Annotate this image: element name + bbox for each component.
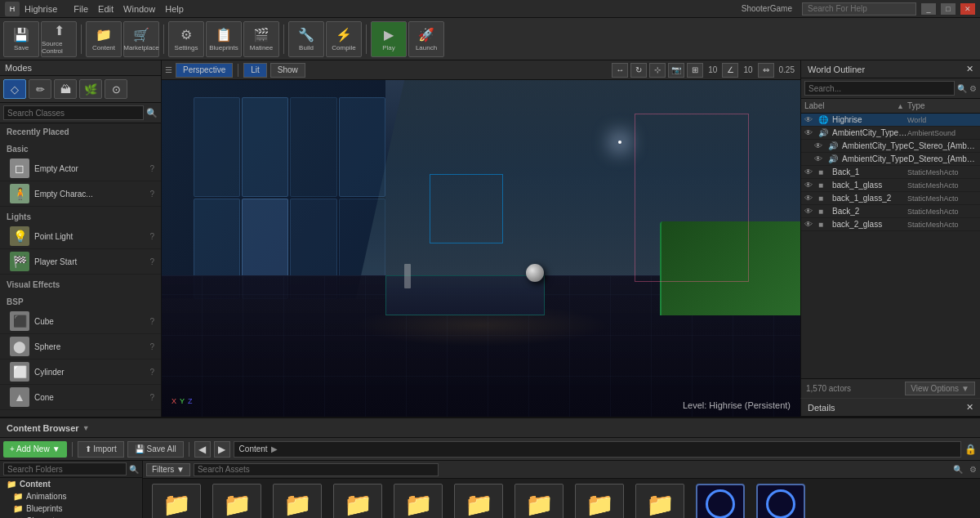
grid-snap-icon[interactable]: ⊞ (687, 63, 703, 78)
folder-weapons[interactable]: 📁 Weapons (631, 484, 688, 518)
add-new-button[interactable]: + Add New ▼ (3, 441, 67, 458)
compile-button[interactable]: ⚡ Compile (326, 21, 362, 57)
sources-search-icon[interactable]: 🔍 (129, 465, 139, 474)
scale-snap-icon[interactable]: ⇔ (758, 63, 774, 78)
help-search-input[interactable] (802, 2, 916, 16)
item-point-light[interactable]: 💡 Point Light ? (0, 224, 161, 249)
folder-maps[interactable]: 📁 Maps (450, 484, 507, 518)
nav-forward-button[interactable]: ▶ (214, 441, 230, 458)
item-empty-actor[interactable]: ◻ Empty Actor ? (0, 156, 161, 181)
section-bsp-header[interactable]: BSP (0, 295, 161, 309)
eye-icon-back1[interactable]: 👁 (804, 167, 816, 176)
asset-dmg-instant[interactable]: DmgType_Instant (752, 484, 809, 518)
asset-settings-icon[interactable]: 🔍 (953, 465, 963, 474)
item-cone[interactable]: ▲ Cone ? (0, 385, 161, 410)
class-search-icon[interactable]: 🔍 (146, 108, 158, 118)
scale-icon[interactable]: ⊹ (649, 63, 666, 78)
source-control-button[interactable]: ⬆ Source Control (41, 21, 77, 57)
mode-geometry[interactable]: ⊙ (105, 79, 127, 99)
outliner-settings-icon[interactable]: ⚙ (969, 84, 977, 93)
sources-search-input[interactable] (3, 462, 127, 476)
mode-paint[interactable]: ✏ (29, 79, 51, 99)
item-player-start[interactable]: 🏁 Player Start ? (0, 249, 161, 275)
item-cube[interactable]: ⬛ Cube ? (0, 309, 161, 334)
eye-icon-ambient1[interactable]: 👁 (804, 128, 816, 137)
marketplace-button[interactable]: 🛒 Marketplace (123, 21, 159, 57)
outliner-item-back1glass[interactable]: 👁 ■ back_1_glass StaticMeshActo (801, 179, 980, 192)
close-button[interactable]: ✕ (960, 3, 975, 15)
settings-button[interactable]: ⚙ Settings (168, 21, 204, 57)
menu-file[interactable]: File (74, 4, 88, 14)
show-button[interactable]: Show (270, 63, 305, 78)
perspective-button[interactable]: Perspective (176, 63, 233, 78)
outliner-col-label[interactable]: Label (804, 101, 897, 110)
menu-edit[interactable]: Edit (98, 4, 114, 14)
outliner-item-back2glass[interactable]: 👁 ■ back_2_glass StaticMeshActo (801, 218, 980, 231)
folder-blueprints[interactable]: 📁 Blueprints (208, 484, 265, 518)
eye-icon-ambient2[interactable]: 👁 (814, 141, 826, 150)
maximize-button[interactable]: □ (941, 3, 956, 15)
angle-snap-icon[interactable]: ∠ (722, 63, 738, 78)
outliner-search-input[interactable] (804, 81, 955, 96)
menu-window[interactable]: Window (123, 4, 155, 14)
section-basic-header[interactable]: Basic (0, 142, 161, 156)
item-empty-char[interactable]: 🧍 Empty Charac... ? (0, 181, 161, 207)
eye-icon-back2glass[interactable]: 👁 (804, 220, 816, 229)
content-button[interactable]: 📁 Content (86, 21, 122, 57)
view-options-button[interactable]: View Options ▼ (905, 382, 975, 395)
cb-lock-icon[interactable]: 🔒 (964, 444, 977, 455)
filter-button[interactable]: Filters ▼ (146, 463, 190, 476)
outliner-close-icon[interactable]: ✕ (966, 64, 973, 74)
class-search-input[interactable] (3, 105, 144, 120)
folder-sounds[interactable]: 📁 Sounds (510, 484, 568, 518)
outliner-item-ambient2[interactable]: 👁 🔊 AmbientCity_TypeC_Stereo_{AmbientSou… (801, 140, 980, 153)
eye-icon-back2[interactable]: 👁 (804, 207, 816, 216)
outliner-sort-icon[interactable]: ▲ (897, 102, 904, 110)
source-item-characters[interactable]: 📁 Characters (0, 515, 142, 518)
details-close-icon[interactable]: ✕ (966, 402, 973, 413)
matinee-button[interactable]: 🎬 Matinee (243, 21, 279, 57)
outliner-item-highrise[interactable]: 👁 🌐 Highrise World (801, 114, 980, 127)
outliner-item-back2[interactable]: 👁 ■ Back_2 StaticMeshActo (801, 205, 980, 218)
import-button[interactable]: ⬆ Import (78, 441, 124, 458)
eye-icon-back1glass2[interactable]: 👁 (804, 194, 816, 203)
source-item-blueprints[interactable]: 📁 Blueprints (0, 502, 142, 515)
launch-button[interactable]: 🚀 Launch (408, 21, 444, 57)
section-lights-header[interactable]: Lights (0, 210, 161, 224)
folder-characters[interactable]: 📁 Characters (269, 484, 326, 518)
menu-help[interactable]: Help (165, 4, 184, 14)
outliner-item-back1[interactable]: 👁 ■ Back_1 StaticMeshActo (801, 166, 980, 179)
outliner-col-type[interactable]: Type (907, 101, 977, 110)
folder-ui[interactable]: 📁 UI (571, 484, 628, 518)
rotate-icon[interactable]: ↻ (630, 63, 647, 78)
outliner-item-ambient1[interactable]: 👁 🔊 AmbientCity_TypeC_Stereo AmbientSoun… (801, 127, 980, 140)
folder-animations[interactable]: 📁 Animations (148, 484, 205, 518)
minimize-button[interactable]: _ (921, 3, 936, 15)
eye-icon-ambient3[interactable]: 👁 (814, 154, 826, 163)
folder-effects[interactable]: 📁 Effects (329, 484, 386, 518)
outliner-item-back1glass2[interactable]: 👁 ■ back_1_glass_2 StaticMeshActo (801, 192, 980, 205)
viewport-menu-icon[interactable]: ☰ (165, 65, 172, 74)
outliner-search-icon[interactable]: 🔍 (957, 84, 967, 93)
mode-foliage[interactable]: 🌿 (79, 79, 102, 99)
asset-options-icon[interactable]: ⚙ (969, 465, 977, 474)
section-visual-effects-header[interactable]: Visual Effects (0, 278, 161, 292)
save-all-button[interactable]: 💾 Save All (127, 441, 184, 458)
save-button[interactable]: 💾 Save (3, 21, 39, 57)
eye-icon-highrise[interactable]: 👁 (804, 115, 816, 124)
section-volumes-header[interactable]: Volumes (0, 413, 161, 417)
eye-icon-back1glass[interactable]: 👁 (804, 181, 816, 190)
outliner-item-ambient3[interactable]: 👁 🔊 AmbientCity_TypeD_Stereo_{AmbientSou… (801, 153, 980, 166)
item-sphere[interactable]: ⬤ Sphere ? (0, 334, 161, 359)
nav-back-button[interactable]: ◀ (194, 441, 211, 458)
asset-dmg-explosion[interactable]: DmgType_Explosion (692, 484, 749, 518)
item-cylinder[interactable]: ⬜ Cylinder ? (0, 359, 161, 385)
translate-icon[interactable]: ↔ (612, 63, 628, 78)
build-button[interactable]: 🔧 Build (288, 21, 324, 57)
blueprints-button[interactable]: 📋 Blueprints (206, 21, 242, 57)
lit-button[interactable]: Lit (243, 63, 267, 78)
mode-place[interactable]: ◇ (3, 79, 26, 99)
section-recently-placed-header[interactable]: Recently Placed (0, 125, 161, 139)
play-button[interactable]: ▶ Play (371, 21, 407, 57)
viewport-canvas[interactable]: Level: Highrise (Persistent) X Y Z (162, 80, 800, 417)
